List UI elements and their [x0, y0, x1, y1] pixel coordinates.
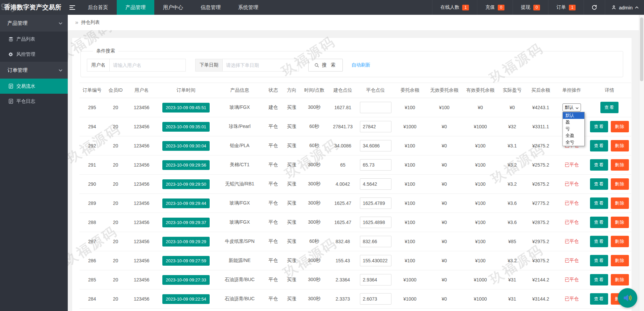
- search-button[interactable]: 搜 索: [308, 59, 343, 72]
- chevron-down-icon: [59, 62, 62, 79]
- user-menu[interactable]: admin: [605, 0, 644, 15]
- order-control-select-box[interactable]: 默认: [562, 103, 581, 112]
- sidebar-item-平仓日志[interactable]: 平仓日志: [0, 94, 68, 109]
- delete-button[interactable]: 删除: [611, 217, 629, 228]
- sidebar-group-产品管理[interactable]: 产品管理: [0, 15, 68, 32]
- order-time-badge: 2023-10-09 09:45:51: [162, 103, 210, 113]
- sidebar-toggle-icon[interactable]: [66, 0, 79, 15]
- close-point-input[interactable]: [360, 293, 391, 305]
- order-time-badge: 2023-10-09 09:35:01: [162, 122, 210, 132]
- view-button[interactable]: 查看: [590, 159, 608, 171]
- cell-username: 123456: [126, 232, 157, 251]
- cell-valid-entrust: ¥100: [462, 213, 499, 232]
- nav-item-产品管理[interactable]: 产品管理: [117, 0, 154, 15]
- view-button[interactable]: 查看: [590, 255, 608, 266]
- closed-position-label: 已平仓: [565, 162, 579, 167]
- select-value: 默认: [565, 104, 574, 110]
- cell-duration: 300秒: [301, 194, 328, 213]
- gear-icon: [8, 52, 13, 57]
- sidebar-item-交易流水[interactable]: 交易流水: [0, 79, 68, 94]
- dropdown-option[interactable]: 全盈: [563, 132, 584, 139]
- nav-stat-在线人数[interactable]: 在线人数1: [432, 0, 477, 15]
- delete-button[interactable]: 删除: [611, 159, 629, 171]
- auto-refresh-link[interactable]: 自动刷新: [352, 62, 370, 68]
- close-point-input[interactable]: [360, 102, 391, 113]
- cell-entrust: ¥100: [393, 251, 427, 270]
- document-icon: [8, 99, 13, 104]
- close-point-input[interactable]: [360, 197, 391, 209]
- nav-stat-提现[interactable]: 提现0: [513, 0, 548, 15]
- close-point-input[interactable]: [360, 178, 391, 190]
- cell-status: 平仓: [264, 136, 282, 156]
- view-button[interactable]: 查看: [590, 293, 608, 305]
- close-point-input[interactable]: [360, 236, 391, 247]
- cell-duration: 60秒: [301, 136, 328, 156]
- delete-button[interactable]: 删除: [611, 236, 629, 247]
- nav-item-用户中心[interactable]: 用户中心: [154, 0, 192, 15]
- close-point-input[interactable]: [360, 121, 391, 132]
- close-point-input[interactable]: [360, 159, 391, 171]
- cell-direction: 买涨: [282, 251, 301, 270]
- nav-stat-订单[interactable]: 订单1: [548, 0, 584, 15]
- nav-stat-充值[interactable]: 充值0: [477, 0, 513, 15]
- dropdown-option[interactable]: 默认: [563, 112, 584, 119]
- cell-control: 已平仓: [556, 156, 588, 175]
- refresh-icon[interactable]: [584, 0, 605, 15]
- view-button[interactable]: 查看: [600, 102, 619, 113]
- cell-order-no: 289: [79, 194, 105, 213]
- delete-button[interactable]: 删除: [611, 121, 629, 132]
- nav-item-信息管理[interactable]: 信息管理: [192, 0, 229, 15]
- view-button[interactable]: 查看: [590, 178, 608, 190]
- sidebar-item-产品列表[interactable]: 产品列表: [0, 32, 68, 47]
- cell-detail: 查看: [588, 98, 631, 117]
- order-time-badge: 2023-10-09 09:29:50: [162, 179, 210, 189]
- view-button[interactable]: 查看: [590, 274, 608, 285]
- delete-button[interactable]: 删除: [611, 255, 629, 266]
- dropdown-option[interactable]: 盈: [563, 119, 584, 126]
- username-input[interactable]: [109, 59, 186, 72]
- close-point-input[interactable]: [360, 217, 391, 228]
- view-button[interactable]: 查看: [590, 236, 608, 247]
- dropdown-option[interactable]: 全亏: [563, 139, 584, 146]
- cell-open-point: 1627.81: [328, 98, 358, 117]
- cell-profit: ¥0: [499, 98, 526, 117]
- dropdown-option[interactable]: 亏: [563, 126, 584, 132]
- view-button[interactable]: 查看: [590, 121, 608, 132]
- cell-invalid-entrust: ¥0: [427, 156, 462, 175]
- delete-button[interactable]: 删除: [611, 178, 629, 190]
- view-button[interactable]: 查看: [590, 140, 608, 151]
- delete-button[interactable]: 删除: [611, 274, 629, 285]
- cell-close-point: [358, 98, 393, 117]
- cell-invalid-entrust: ¥0: [427, 175, 462, 194]
- order-date-input[interactable]: [222, 59, 299, 72]
- cell-entrust: ¥100: [393, 175, 427, 194]
- view-button[interactable]: 查看: [590, 217, 608, 228]
- cell-order-time: 2023-10-09 09:45:51: [157, 98, 215, 117]
- delete-button[interactable]: 删除: [611, 197, 629, 209]
- sidebar-group-订单管理[interactable]: 订单管理: [0, 62, 68, 79]
- stat-count-badge: 0: [533, 5, 540, 10]
- username-field-label: 用户名: [87, 59, 109, 72]
- cell-balance-after: ¥2144.2: [526, 270, 556, 290]
- cell-open-point: 65: [328, 156, 358, 175]
- cell-order-no: 285: [79, 270, 105, 290]
- order-time-badge: 2023-10-09 09:29:44: [162, 198, 210, 208]
- cell-close-point: [358, 136, 393, 156]
- close-point-input[interactable]: [360, 255, 391, 266]
- cell-valid-entrust: ¥100: [462, 136, 499, 156]
- cell-order-time: 2023-10-09 09:29:44: [157, 194, 215, 213]
- sound-toggle-button[interactable]: [618, 288, 637, 308]
- close-point-input[interactable]: [360, 274, 391, 285]
- page-scrollbar[interactable]: [639, 15, 644, 311]
- table-row: 287201234562023-10-09 09:29:29牛皮纸浆/SPN平仓…: [79, 232, 631, 251]
- close-point-input[interactable]: [360, 140, 391, 151]
- nav-item-后台首页[interactable]: 后台首页: [79, 0, 117, 15]
- cell-duration: 300秒: [301, 156, 328, 175]
- scrollbar-thumb[interactable]: [640, 17, 643, 81]
- sidebar-item-风控管理[interactable]: 风控管理: [0, 47, 68, 62]
- view-button[interactable]: 查看: [590, 197, 608, 209]
- cell-control: 已平仓: [556, 232, 588, 251]
- closed-position-label: 已平仓: [565, 258, 579, 263]
- nav-item-系统管理[interactable]: 系统管理: [229, 0, 267, 15]
- delete-button[interactable]: 删除: [611, 140, 629, 151]
